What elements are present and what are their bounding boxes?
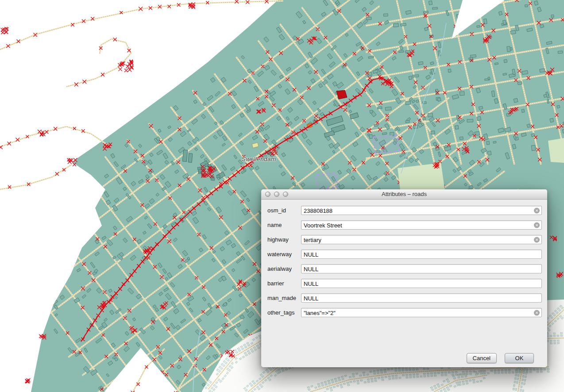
waterway-input[interactable]: [301, 250, 542, 259]
field-label-waterway: waterway: [267, 251, 301, 257]
aerialway-input[interactable]: [301, 264, 542, 273]
field-label-aerialway: aerialway: [267, 265, 301, 272]
field-row-osm_id: osm_id: [267, 206, 542, 215]
other_tags-input[interactable]: [301, 308, 542, 317]
field-row-highway: highway: [267, 235, 542, 244]
minimize-button[interactable]: [274, 192, 279, 197]
highway-clear-icon[interactable]: [534, 237, 540, 242]
osm_id-input[interactable]: [301, 206, 542, 215]
attributes-dialog: Attributes – roads osm_id name highway: [261, 189, 547, 367]
dialog-buttons: Cancel OK: [467, 353, 534, 363]
name-input[interactable]: [301, 220, 542, 230]
ok-button[interactable]: OK: [505, 353, 534, 363]
field-row-waterway: waterway: [267, 250, 542, 259]
field-row-name: name: [267, 220, 542, 230]
qgis-map-window: Swellendam Attributes – roads osm_id nam…: [0, 0, 564, 392]
man_made-input[interactable]: [301, 293, 542, 303]
highway-input[interactable]: [301, 235, 542, 244]
dialog-titlebar[interactable]: Attributes – roads: [261, 189, 547, 200]
attributes-form: osm_id name highway: [261, 200, 547, 317]
barrier-input[interactable]: [301, 279, 542, 288]
field-row-barrier: barrier: [267, 279, 542, 288]
field-label-other_tags: other_tags: [267, 309, 301, 316]
field-label-man_made: man_made: [267, 295, 301, 301]
name-clear-icon[interactable]: [534, 222, 540, 228]
osm_id-clear-icon[interactable]: [534, 208, 540, 213]
field-row-other_tags: other_tags: [267, 308, 542, 317]
window-controls: [265, 192, 288, 197]
field-label-barrier: barrier: [267, 280, 301, 287]
field-row-aerialway: aerialway: [267, 264, 542, 273]
field-label-highway: highway: [267, 236, 301, 243]
field-label-osm_id: osm_id: [267, 207, 301, 214]
zoom-button[interactable]: [283, 192, 288, 197]
field-row-man_made: man_made: [267, 293, 542, 303]
close-button[interactable]: [265, 192, 270, 197]
cancel-button[interactable]: Cancel: [467, 353, 497, 363]
dialog-title: Attributes – roads: [261, 189, 547, 199]
field-label-name: name: [267, 222, 301, 228]
other_tags-clear-icon[interactable]: [534, 310, 540, 315]
